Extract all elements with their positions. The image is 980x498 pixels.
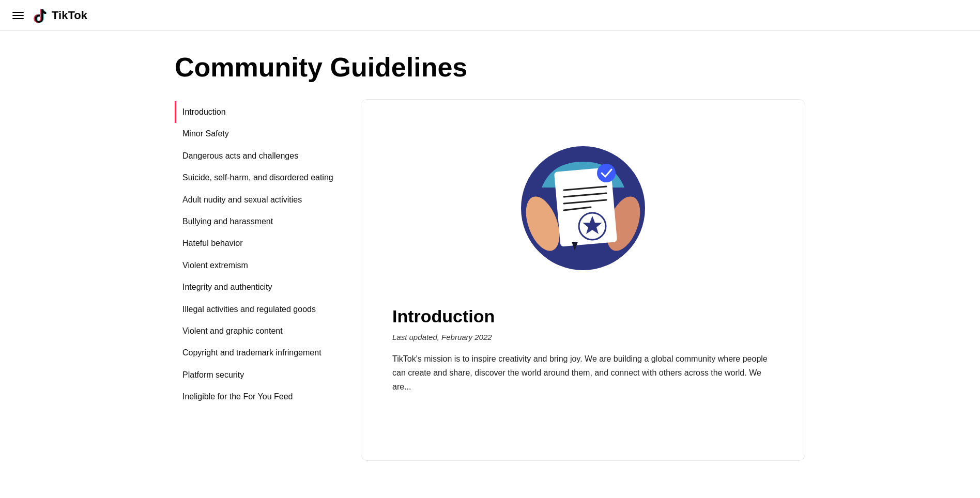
sidebar-item-violent-extremism[interactable]: Violent extremism (175, 255, 340, 276)
sidebar-item-integrity[interactable]: Integrity and authenticity (175, 276, 340, 298)
sidebar-item-dangerous-acts[interactable]: Dangerous acts and challenges (175, 145, 340, 167)
intro-paragraph: TikTok's mission is to inspire creativit… (392, 352, 774, 394)
sidebar-item-introduction[interactable]: Introduction (175, 101, 340, 123)
site-header: TikTok (0, 0, 980, 31)
section-heading: Introduction (392, 306, 774, 326)
content-layout: IntroductionMinor SafetyDangerous acts a… (175, 99, 805, 461)
page-title: Community Guidelines (175, 31, 805, 99)
sidebar-item-minor-safety[interactable]: Minor Safety (175, 123, 340, 145)
sidebar-item-hateful-behavior[interactable]: Hateful behavior (175, 232, 340, 254)
hamburger-menu-icon[interactable] (12, 12, 24, 19)
sidebar-item-adult-nudity[interactable]: Adult nudity and sexual activities (175, 189, 340, 211)
sidebar-item-suicide-self-harm[interactable]: Suicide, self-harm, and disordered eatin… (175, 167, 340, 189)
illustration-area (361, 100, 805, 296)
sidebar-item-illegal-activities[interactable]: Illegal activities and regulated goods (175, 299, 340, 320)
svg-point-10 (597, 164, 616, 182)
sidebar-item-violent-graphic[interactable]: Violent and graphic content (175, 320, 340, 342)
intro-illustration (511, 131, 655, 275)
sidebar-item-copyright[interactable]: Copyright and trademark infringement (175, 342, 340, 364)
tiktok-logo-icon (32, 7, 49, 24)
page-container: Community Guidelines IntroductionMinor S… (154, 31, 826, 461)
sidebar-item-ineligible-feed[interactable]: Ineligible for the For You Feed (175, 386, 340, 408)
logo-container[interactable]: TikTok (32, 7, 87, 24)
content-text-area: Introduction Last updated, February 2022… (361, 296, 805, 415)
sidebar-nav: IntroductionMinor SafetyDangerous acts a… (175, 99, 340, 408)
sidebar-item-bullying[interactable]: Bullying and harassment (175, 211, 340, 232)
sidebar-item-platform-security[interactable]: Platform security (175, 364, 340, 386)
logo-text: TikTok (52, 9, 87, 22)
main-content-panel: Introduction Last updated, February 2022… (361, 99, 805, 461)
last-updated-text: Last updated, February 2022 (392, 333, 774, 341)
